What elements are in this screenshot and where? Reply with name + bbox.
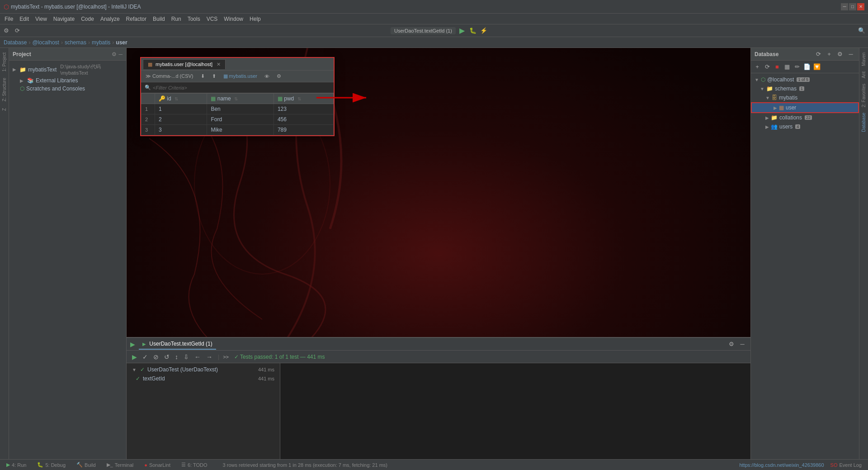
menu-file[interactable]: File bbox=[2, 15, 16, 23]
run-check-btn[interactable]: ✓ bbox=[141, 352, 150, 361]
th-pwd-sort[interactable]: ⇅ bbox=[297, 96, 301, 101]
db-toolbar-btn-edit[interactable]: ✏ bbox=[793, 62, 802, 71]
tree-users[interactable]: ▶ 👥 users 4 bbox=[751, 122, 859, 131]
vtab-maven[interactable]: Maven bbox=[860, 50, 867, 69]
tree-mybatis[interactable]: ▼ 🗄 mybatis bbox=[751, 93, 859, 102]
database-panel-controls[interactable]: ⟳ + ⚙ ─ bbox=[814, 50, 855, 59]
run-tree-root[interactable]: ▼ ✓ UserDaoTest (UserDaoTexst) 441 ms bbox=[127, 365, 280, 374]
vtab-structure[interactable]: Z: Structure bbox=[1, 75, 8, 104]
toolbar-csv-btn[interactable]: ≫ Comma-...d (CSV) bbox=[143, 72, 196, 80]
th-id[interactable]: 🔑 id ⇅ bbox=[155, 94, 207, 104]
toolbar-settings-btn[interactable]: ⚙ bbox=[2, 26, 11, 35]
event-log-tab[interactable]: SO Event Log bbox=[828, 461, 864, 469]
menu-help[interactable]: Help bbox=[247, 15, 264, 23]
maximize-button[interactable]: □ bbox=[849, 3, 856, 10]
tree-localhost[interactable]: ▼ ⬡ @localhost 1 of 5 bbox=[751, 75, 859, 84]
toolbar-sync-btn[interactable]: ⟳ bbox=[13, 26, 22, 35]
toolbar-upload-btn[interactable]: ⬆ bbox=[209, 72, 219, 80]
breadcrumb-mybatis[interactable]: mybatis bbox=[92, 39, 110, 46]
run-button[interactable]: ▶ bbox=[458, 26, 467, 35]
db-toolbar-btn-sql[interactable]: 📄 bbox=[802, 62, 811, 71]
db-panel-settings-btn[interactable]: ⚙ bbox=[835, 50, 844, 59]
run-filter-btn[interactable]: ⇩ bbox=[182, 352, 191, 361]
toolbar-schema-btn[interactable]: ▦ mybatis.user bbox=[221, 72, 260, 80]
db-tab-close[interactable]: ✕ bbox=[217, 62, 221, 67]
gear-icon[interactable]: ⚙ bbox=[112, 51, 117, 57]
tree-scratches[interactable]: ⬡ Scratches and Consoles bbox=[9, 85, 126, 93]
tree-user[interactable]: ▶ ▦ user bbox=[751, 102, 859, 113]
th-name[interactable]: ▦ name ⇅ bbox=[207, 94, 274, 104]
run-sort-btn[interactable]: ↕ bbox=[173, 352, 180, 361]
db-toolbar-btn-1[interactable]: + bbox=[753, 62, 762, 71]
db-filter[interactable]: 🔍 <Filter Criteria> bbox=[141, 82, 334, 93]
search-everywhere-btn[interactable]: 🔍 bbox=[857, 26, 866, 35]
menu-view[interactable]: View bbox=[33, 15, 50, 23]
terminal-bottom-tab[interactable]: ▶_ Terminal bbox=[104, 461, 137, 469]
th-name-sort[interactable]: ⇅ bbox=[234, 96, 238, 101]
menu-refactor[interactable]: Refactor bbox=[123, 15, 149, 23]
minimize-button[interactable]: ─ bbox=[841, 3, 848, 10]
menu-analyze[interactable]: Analyze bbox=[98, 15, 123, 23]
tree-collations[interactable]: ▶ 📁 collations 22 bbox=[751, 113, 859, 122]
database-panel: Database ⟳ + ⚙ ─ + ⟳ ■ ▦ ✏ 📄 🔽 ▼ ⬡ @loca… bbox=[750, 48, 859, 459]
run-tree-method[interactable]: ✓ textGetId 441 ms bbox=[127, 374, 280, 383]
run-settings-btn[interactable]: ⚙ bbox=[727, 340, 736, 349]
run-prev-btn[interactable]: ← bbox=[193, 352, 203, 361]
th-id-label: id bbox=[167, 95, 171, 102]
db-toolbar-btn-filter[interactable]: 🔽 bbox=[812, 62, 821, 71]
tree-schemas[interactable]: ▼ 📁 schemas 1 bbox=[751, 84, 859, 93]
menu-navigate[interactable]: Navigate bbox=[51, 15, 77, 23]
build-bottom-tab[interactable]: 🔨 Build bbox=[74, 461, 98, 469]
db-toolbar-btn-stop[interactable]: ■ bbox=[773, 62, 782, 71]
schemas-badge: 1 bbox=[799, 86, 804, 91]
table-row[interactable]: 1 1 Ben 123 bbox=[142, 104, 334, 114]
toolbar-download-btn[interactable]: ⬇ bbox=[198, 72, 208, 80]
tree-root[interactable]: ▶ 📁 mybatisText D:\java-study\代码\mybatis… bbox=[9, 62, 126, 76]
run-panel-controls[interactable]: ⚙ ─ bbox=[727, 340, 747, 349]
breadcrumb-database[interactable]: Database bbox=[4, 39, 27, 46]
run-bottom-tab[interactable]: ▶ 4: Run bbox=[4, 461, 29, 469]
menu-build[interactable]: Build bbox=[150, 15, 168, 23]
db-toolbar-btn-2[interactable]: ⟳ bbox=[763, 62, 772, 71]
toolbar-eye-btn[interactable]: 👁 bbox=[262, 73, 272, 80]
minimize-panel-icon[interactable]: ─ bbox=[118, 51, 123, 57]
table-row[interactable]: 3 3 Mike 789 bbox=[142, 125, 334, 135]
debug-bottom-tab[interactable]: 🐛 5: Debug bbox=[34, 461, 68, 469]
vtab-ant[interactable]: Z bbox=[1, 105, 8, 114]
db-panel-minimize-btn[interactable]: ─ bbox=[846, 50, 855, 59]
tree-external-libraries[interactable]: ▶ 📚 External Libraries bbox=[9, 76, 126, 85]
run-rerun-btn[interactable]: ↺ bbox=[162, 352, 171, 361]
db-panel-refresh-btn[interactable]: ⟳ bbox=[814, 50, 823, 59]
run-next-btn[interactable]: → bbox=[204, 352, 214, 361]
toolbar-more-btn[interactable]: ⚡ bbox=[479, 26, 488, 35]
run-play-btn[interactable]: ▶ bbox=[130, 352, 139, 361]
db-toolbar-btn-table[interactable]: ▦ bbox=[783, 62, 792, 71]
table-row[interactable]: 2 2 Ford 456 bbox=[142, 114, 334, 125]
menu-vcs[interactable]: VCS bbox=[204, 15, 221, 23]
vtab-database[interactable]: Database bbox=[860, 110, 867, 135]
menu-run[interactable]: Run bbox=[169, 15, 184, 23]
menu-code[interactable]: Code bbox=[78, 15, 97, 23]
db-panel-add-btn[interactable]: + bbox=[825, 50, 834, 59]
menu-window[interactable]: Window bbox=[221, 15, 246, 23]
run-stop-btn[interactable]: ⊘ bbox=[151, 352, 160, 361]
run-tab-active[interactable]: ▶ UserDaoTest.textGetId (1) bbox=[139, 339, 216, 350]
project-panel-icons[interactable]: ⚙ ─ bbox=[112, 51, 123, 57]
sonar-bottom-tab[interactable]: ● SonarLint bbox=[142, 461, 173, 469]
vtab-ant[interactable]: Ant bbox=[860, 69, 867, 81]
debug-button[interactable]: 🐛 bbox=[468, 26, 477, 35]
menu-tools[interactable]: Tools bbox=[185, 15, 203, 23]
csdn-url[interactable]: https://blog.csdn.net/weixin_42639860 bbox=[739, 462, 824, 468]
menu-edit[interactable]: Edit bbox=[17, 15, 32, 23]
th-id-sort[interactable]: ⇅ bbox=[175, 96, 178, 101]
breadcrumb-localhost[interactable]: @localhost bbox=[32, 39, 59, 46]
todo-bottom-tab[interactable]: ☰ 6: TODO bbox=[179, 461, 210, 469]
run-minimize-btn[interactable]: ─ bbox=[738, 340, 747, 349]
db-popup-tab[interactable]: ▦ mybatis.user [@localhost] ✕ bbox=[143, 59, 226, 69]
vtab-favorites[interactable]: 2: Favorites bbox=[860, 81, 867, 110]
toolbar-gear-btn[interactable]: ⚙ bbox=[274, 72, 284, 80]
breadcrumb-schemas[interactable]: schemas bbox=[65, 39, 86, 46]
vtab-project[interactable]: 1: Project bbox=[1, 50, 8, 74]
title-bar-controls[interactable]: ─ □ ✕ bbox=[841, 3, 864, 10]
close-button[interactable]: ✕ bbox=[857, 3, 864, 10]
